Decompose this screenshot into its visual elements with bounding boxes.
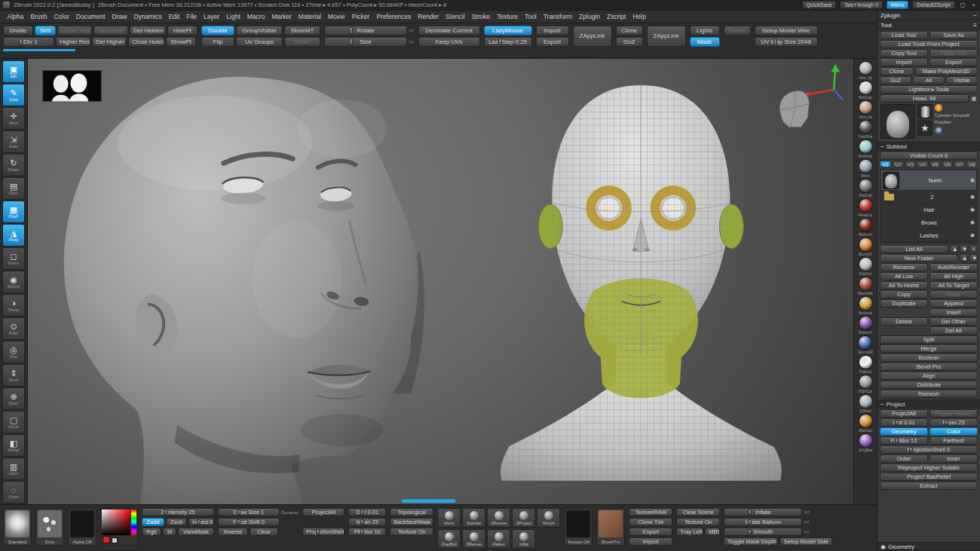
material-item[interactable]: ZMetal bbox=[859, 394, 873, 413]
current-tool-name[interactable]: Head. 48 bbox=[880, 94, 969, 103]
menu-draw[interactable]: Draw bbox=[109, 11, 130, 22]
all-high-button[interactable]: All High bbox=[929, 272, 978, 280]
material-item[interactable]: BasicMa bbox=[858, 277, 872, 295]
panel-projectionshell-slider[interactable]: ProjectionShell 0 bbox=[880, 445, 978, 454]
window-restore-icon[interactable]: ◻ bbox=[959, 2, 967, 8]
point-select-button[interactable]: ⊙PtSel bbox=[2, 317, 25, 340]
standard-brush-thumb[interactable]: Standard bbox=[3, 508, 32, 546]
hidept-button[interactable]: HidePt bbox=[167, 26, 198, 35]
geometry-section-header[interactable]: ◉Geometry bbox=[877, 542, 980, 551]
hue-strip[interactable] bbox=[131, 510, 136, 535]
material-item[interactable]: zbro_sk bbox=[859, 61, 873, 80]
draw-mode-button[interactable]: ✎Draw bbox=[2, 84, 25, 106]
rename-button[interactable]: Rename bbox=[880, 263, 928, 271]
inverse-toggle[interactable]: Inverse bbox=[218, 528, 248, 536]
mask-button[interactable]: Mask bbox=[690, 37, 720, 47]
close-holes-button[interactable]: Close Holes bbox=[128, 37, 164, 47]
projectall-button[interactable]: ProjectAll bbox=[302, 508, 345, 516]
frame-button[interactable]: ◻Frame bbox=[2, 247, 25, 270]
zoom-button[interactable]: ⊕Zoom bbox=[2, 387, 25, 410]
stroke-type-thumb[interactable]: Dots bbox=[35, 508, 64, 546]
texture-off-thumb[interactable]: Texture Off bbox=[564, 508, 593, 546]
double-toggle[interactable]: Double bbox=[201, 26, 234, 35]
zremesher-button-2[interactable]: ZRemes bbox=[462, 529, 485, 549]
switch-button[interactable]: Switch bbox=[724, 26, 751, 35]
material-item[interactable]: FastSha bbox=[859, 120, 873, 139]
aahalf-button[interactable]: ◧AAHalf bbox=[2, 434, 25, 457]
rotate-mode-button[interactable]: ↻Rotate bbox=[2, 154, 25, 176]
toggle-mask-depth-button[interactable]: Toggle Mask Depth bbox=[724, 537, 778, 546]
uv-groups-button[interactable]: Uv Groups bbox=[236, 37, 283, 47]
save-as-button[interactable]: Save As bbox=[929, 31, 978, 39]
dist-slider[interactable]: Dist 0.01 bbox=[348, 508, 386, 516]
mean-slider[interactable]: Mean 25 bbox=[348, 518, 386, 526]
move-mode-button[interactable]: ✛Move bbox=[2, 107, 25, 130]
menu-macro[interactable]: Macro bbox=[243, 11, 268, 22]
menu-layer[interactable]: Layer bbox=[201, 11, 223, 22]
menu-brush[interactable]: Brush bbox=[27, 11, 51, 22]
vtab-6[interactable]: V6 bbox=[942, 161, 953, 167]
menu-movie[interactable]: Movie bbox=[325, 11, 349, 22]
align-section[interactable]: Align bbox=[880, 372, 978, 380]
tool-clone-button[interactable]: Clone bbox=[880, 67, 914, 75]
all-to-home-button[interactable]: All To Home bbox=[880, 281, 928, 289]
goz-all-button[interactable]: All bbox=[913, 76, 945, 84]
insert-button[interactable]: Insert bbox=[929, 308, 978, 317]
menu-render[interactable]: Render bbox=[415, 11, 443, 22]
lazymouse-toggle[interactable]: LazyMouse bbox=[484, 26, 532, 35]
primary-color-swatch[interactable] bbox=[103, 536, 110, 543]
inflate-slider[interactable]: Inflate bbox=[724, 508, 802, 516]
tool-export-button[interactable]: Export bbox=[929, 58, 978, 66]
inflate-balloon-slider[interactable]: Inflate Balloon bbox=[724, 518, 802, 526]
clone-txtr-button[interactable]: Clone Txtr bbox=[629, 518, 672, 526]
panel-dist-slider[interactable]: Dist 0.01 bbox=[880, 418, 928, 427]
import-button[interactable]: Import bbox=[536, 26, 569, 35]
projectionshell-slider[interactable]: ProjectionShell 0 bbox=[302, 528, 345, 536]
pa-blur-slider[interactable]: PA Blur 10 bbox=[348, 528, 386, 536]
higher-res-button[interactable]: Higher Res bbox=[56, 37, 90, 47]
del-other-button[interactable]: Del Other bbox=[929, 317, 978, 326]
material-item[interactable]: Reflecte bbox=[859, 139, 873, 158]
secondary-color-swatch[interactable] bbox=[112, 537, 118, 543]
project-history-button[interactable]: Project History bbox=[929, 409, 978, 418]
split-section[interactable]: Split bbox=[880, 335, 978, 344]
menu-dynamics[interactable]: Dynamics bbox=[130, 11, 165, 22]
menu-help[interactable]: Help bbox=[629, 11, 649, 22]
zapplink-button-2[interactable]: ZAppLink bbox=[647, 26, 686, 47]
eye-icon[interactable]: ◉ bbox=[970, 219, 975, 225]
move-brush-button[interactable]: Move bbox=[437, 508, 461, 528]
subtool-add-button[interactable]: + bbox=[969, 245, 978, 253]
clear-scene-button[interactable]: Clear Scene bbox=[676, 508, 720, 516]
material-item[interactable]: BumpVi bbox=[859, 237, 873, 256]
divide-button[interactable]: Divide bbox=[3, 26, 33, 35]
reproject-higher-subdiv-button[interactable]: Reproject Higher Subdiv bbox=[880, 464, 978, 472]
menu-toggle-button[interactable]: Menu bbox=[887, 1, 909, 9]
material-item[interactable]: ReflectY bbox=[859, 316, 873, 335]
menu-transform[interactable]: Transform bbox=[540, 11, 575, 22]
solo-button[interactable]: ◎Solo bbox=[2, 341, 25, 363]
menu-marker[interactable]: Marker bbox=[268, 11, 295, 22]
floor-grid-button[interactable]: ▤Floor bbox=[2, 177, 25, 200]
make-polymesh3d-button[interactable]: Make PolyMesh3D bbox=[915, 67, 978, 75]
project-geometry-toggle[interactable]: Geometry bbox=[880, 427, 928, 436]
vtab-3[interactable]: V3 bbox=[905, 161, 916, 167]
menu-edit[interactable]: Edit bbox=[165, 11, 183, 22]
append-button[interactable]: Append bbox=[929, 299, 978, 308]
tool-import-button[interactable]: Import bbox=[880, 58, 928, 66]
mbs-button[interactable]: MBS bbox=[705, 528, 720, 536]
menu-picker[interactable]: Picker bbox=[348, 11, 373, 22]
material-item[interactable]: zbro_sk bbox=[859, 100, 873, 119]
rotate-slider[interactable]: Rotate bbox=[324, 26, 407, 35]
project-section-header[interactable]: −Project bbox=[877, 399, 980, 409]
subtool-row-teeth[interactable]: Teeth◉ bbox=[881, 170, 976, 191]
document-preview-thumbnail[interactable] bbox=[43, 71, 101, 102]
load-tool-button[interactable]: Load Tool bbox=[880, 31, 928, 39]
menu-alpha[interactable]: Alpha bbox=[4, 11, 27, 22]
farthest-toggle[interactable]: Farthest bbox=[929, 436, 978, 445]
material-item[interactable]: MatCap bbox=[859, 81, 873, 99]
textureraw-button[interactable]: TextureRAW bbox=[629, 508, 672, 516]
polymesh-head-icon[interactable] bbox=[779, 91, 809, 127]
setup-model-side-button[interactable]: Setup Model Side bbox=[779, 537, 832, 546]
transparency-button[interactable]: ◑Transp bbox=[2, 294, 25, 317]
menu-light[interactable]: Light bbox=[223, 11, 243, 22]
